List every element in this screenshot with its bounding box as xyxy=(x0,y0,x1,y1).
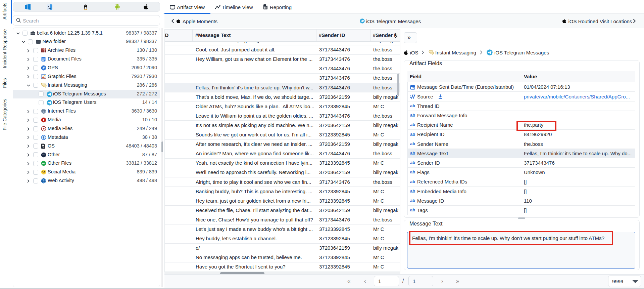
svg-text:sys: sys xyxy=(43,147,44,148)
